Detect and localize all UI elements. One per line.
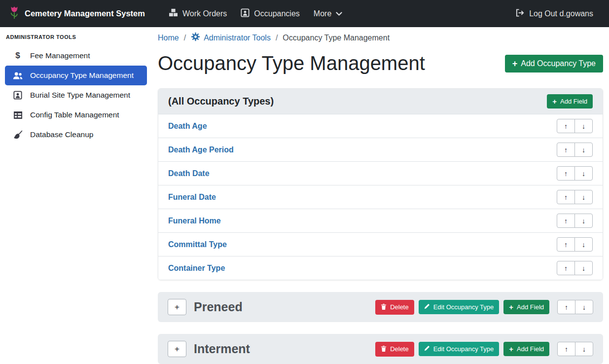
sidebar-item-config-table-management[interactable]: Config Table Management [5,105,147,125]
sidebar-item-label: Burial Site Type Management [30,91,130,100]
move-down-button[interactable]: ↓ [574,119,593,133]
dollar-icon: $ [12,51,24,61]
add-field-button[interactable]: + Add Field [503,342,549,356]
trash-icon [381,345,387,353]
arrow-down-icon: ↓ [582,193,585,201]
main-content: Home / Administrator Tools / Occupancy T… [152,27,609,364]
sidebar-item-burial-site-type-management[interactable]: Burial Site Type Management [5,85,147,105]
arrow-up-icon: ↑ [565,303,568,311]
broom-icon [12,130,24,139]
nav-label: Work Orders [182,9,227,18]
field-row: Container Type ↑ ↓ [158,256,603,280]
move-up-button[interactable]: ↑ [557,119,575,133]
breadcrumb: Home / Administrator Tools / Occupancy T… [158,32,603,43]
move-up-button[interactable]: ↑ [557,166,575,181]
field-link[interactable]: Funeral Home [168,217,221,225]
app-brand[interactable]: Cemetery Management System [9,6,145,22]
expand-section-button[interactable]: + [168,299,186,315]
logout-button[interactable]: Log Out d.gowans [515,8,593,19]
nav-more[interactable]: More [314,9,342,18]
field-link[interactable]: Death Date [168,169,210,178]
arrow-up-icon: ↑ [564,170,568,178]
move-up-button[interactable]: ↑ [557,190,575,204]
section-title: Interment [194,342,250,356]
move-down-button[interactable]: ↓ [574,214,593,228]
boxes-icon [169,8,178,19]
field-link[interactable]: Container Type [168,264,225,273]
field-link[interactable]: Death Age Period [168,146,234,154]
add-occupancy-type-button[interactable]: + Add Occupancy Type [505,55,603,73]
arrow-down-icon: ↓ [582,264,585,272]
move-up-button[interactable]: ↑ [557,214,575,228]
field-row: Death Age Period ↑ ↓ [158,138,603,161]
expand-section-button[interactable]: + [168,341,186,357]
chevron-down-icon [336,9,342,18]
nav-occupancies[interactable]: Occupancies [241,8,300,19]
pencil-icon [424,345,430,353]
page-header: Occupancy Type Management + Add Occupanc… [158,52,603,74]
sections: + Preneed Delete Edit Occupancy Type + A… [158,292,603,364]
sidebar-item-database-cleanup[interactable]: Database Cleanup [5,125,147,145]
delete-button[interactable]: Delete [375,300,414,315]
field-row: Funeral Home ↑ ↓ [158,209,603,232]
arrow-up-icon: ↑ [564,264,568,272]
nav-label: Occupancies [254,9,300,18]
page-title: Occupancy Type Management [158,52,425,74]
move-down-button[interactable]: ↓ [575,342,593,356]
add-field-button[interactable]: + Add Field [547,94,593,109]
button-label: Add Occupancy Type [521,59,596,68]
plus-icon: + [552,98,557,105]
edit-occupancy-type-button[interactable]: Edit Occupancy Type [419,300,500,314]
breadcrumb-separator: / [184,34,186,42]
arrow-down-icon: ↓ [582,241,585,249]
delete-button[interactable]: Delete [375,342,414,357]
reorder-buttons: ↑ ↓ [557,143,593,157]
arrow-up-icon: ↑ [565,345,568,353]
breadcrumb-label: Administrator Tools [204,34,271,42]
arrow-down-icon: ↓ [582,122,585,130]
button-label: Add Field [517,303,544,311]
move-up-button[interactable]: ↑ [557,261,575,275]
gear-icon [191,32,200,43]
add-field-button[interactable]: + Add Field [503,300,549,314]
move-up-button[interactable]: ↑ [557,342,575,356]
breadcrumb-home-link[interactable]: Home [158,34,179,42]
breadcrumb-admin-tools-link[interactable]: Administrator Tools [191,32,271,43]
move-down-button[interactable]: ↓ [574,261,593,275]
nav-label: More [314,9,331,18]
arrow-down-icon: ↓ [582,345,586,353]
sidebar-item-occupancy-type-management[interactable]: Occupancy Type Management [5,66,147,85]
field-link[interactable]: Funeral Date [168,193,216,202]
button-label: Add Field [560,98,587,105]
trash-icon [381,303,387,311]
move-down-button[interactable]: ↓ [574,237,593,252]
sidebar-item-fee-management[interactable]: $ Fee Management [5,46,147,66]
nav-work-orders[interactable]: Work Orders [169,8,227,19]
field-link[interactable]: Committal Type [168,240,227,249]
person-frame-icon [12,91,24,100]
breadcrumb-current: Occupancy Type Management [283,34,390,42]
move-up-button[interactable]: ↑ [557,300,575,314]
field-list: Death Age ↑ ↓ Death Age Period ↑ ↓ Death… [158,114,603,280]
move-down-button[interactable]: ↓ [574,143,593,157]
move-down-button[interactable]: ↓ [574,190,593,204]
field-link[interactable]: Death Age [168,122,207,131]
button-label: Edit Occupancy Type [433,345,494,353]
reorder-buttons: ↑ ↓ [557,300,593,314]
arrow-up-icon: ↑ [564,241,568,249]
move-up-button[interactable]: ↑ [557,143,575,157]
top-navbar: Cemetery Management System Work Orders O… [0,0,609,27]
reorder-buttons: ↑ ↓ [557,342,593,356]
logout-label: Log Out d.gowans [529,9,593,18]
move-down-button[interactable]: ↓ [574,166,593,181]
sidebar-item-label: Fee Management [30,51,90,60]
move-up-button[interactable]: ↑ [557,237,575,252]
edit-occupancy-type-button[interactable]: Edit Occupancy Type [419,342,500,356]
field-row: Committal Type ↑ ↓ [158,232,603,256]
field-row: Death Date ↑ ↓ [158,161,603,185]
reorder-buttons: ↑ ↓ [557,190,593,204]
reorder-buttons: ↑ ↓ [557,261,593,275]
field-row: Funeral Date ↑ ↓ [158,185,603,209]
logout-icon [515,8,525,19]
move-down-button[interactable]: ↓ [575,300,593,314]
